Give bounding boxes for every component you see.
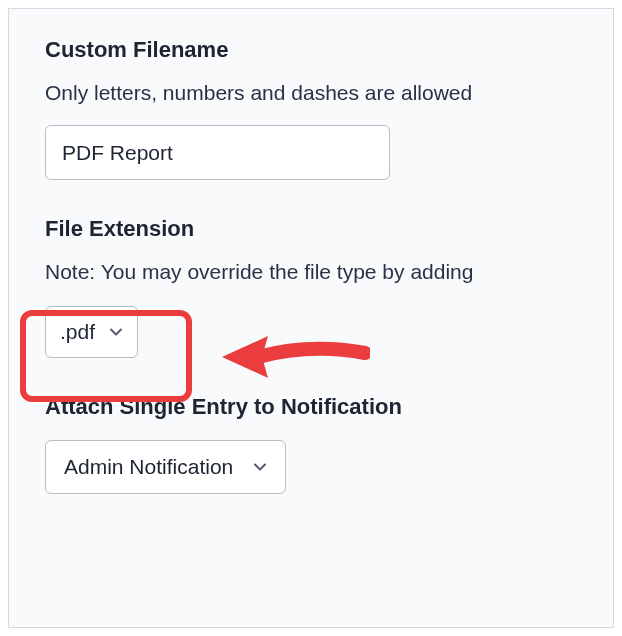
file-extension-value: .pdf bbox=[60, 320, 95, 344]
file-extension-helper: Note: You may override the file type by … bbox=[45, 260, 613, 284]
file-extension-select[interactable]: .pdf bbox=[45, 306, 138, 358]
chevron-down-icon bbox=[109, 325, 123, 339]
attach-select-wrap: Admin Notification bbox=[45, 440, 286, 494]
chevron-down-icon bbox=[253, 460, 267, 474]
attach-value: Admin Notification bbox=[64, 455, 233, 479]
file-extension-label: File Extension bbox=[45, 216, 613, 242]
custom-filename-helper: Only letters, numbers and dashes are all… bbox=[45, 81, 613, 105]
custom-filename-label: Custom Filename bbox=[45, 37, 613, 63]
file-extension-select-wrap: .pdf bbox=[45, 306, 138, 358]
attach-select[interactable]: Admin Notification bbox=[45, 440, 286, 494]
attach-label: Attach Single Entry to Notification bbox=[45, 394, 613, 420]
settings-panel: Custom Filename Only letters, numbers an… bbox=[8, 8, 614, 628]
custom-filename-input[interactable] bbox=[45, 125, 390, 180]
